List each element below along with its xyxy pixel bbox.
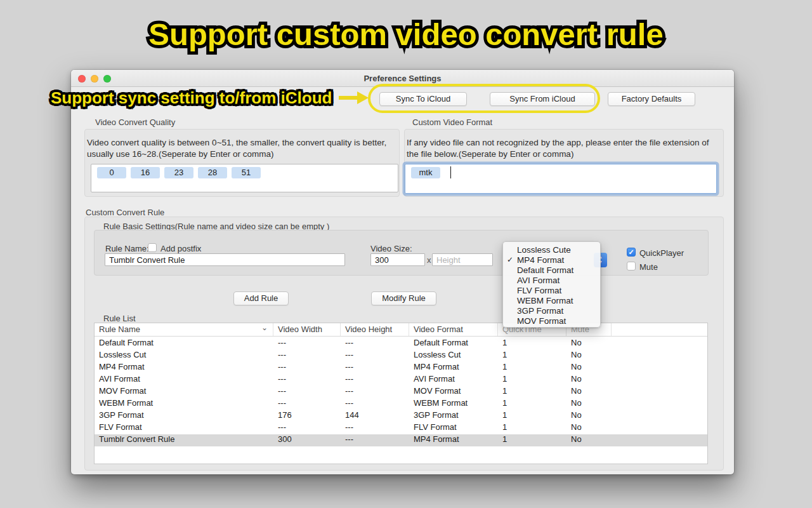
table-cell: Default Format xyxy=(409,338,498,350)
sync-from-icloud-button[interactable]: Sync From iCloud xyxy=(490,92,595,106)
menu-item[interactable]: Lossless Cute xyxy=(503,244,600,255)
token-chip[interactable]: 28 xyxy=(198,167,227,178)
table-cell: --- xyxy=(341,398,409,410)
format-description: If any video file can not recognized by … xyxy=(407,137,719,159)
rule-group-title: Custom Convert Rule xyxy=(86,208,164,217)
table-cell: --- xyxy=(341,422,409,434)
table-cell: 1 xyxy=(498,338,566,350)
table-cell: --- xyxy=(341,386,409,398)
column-header[interactable]: Video Height xyxy=(341,323,409,336)
token-chip[interactable]: mtk xyxy=(411,167,440,178)
table-row[interactable]: AVI Format------AVI Format1No xyxy=(95,374,707,386)
table-row[interactable]: 3GP Format1761443GP Format1No xyxy=(95,410,707,422)
table-row[interactable]: Tumblr Convert Rule300---MP4 Format1No xyxy=(95,434,707,446)
table-cell: 1 xyxy=(498,434,566,446)
quality-token-field[interactable]: 016232851 xyxy=(91,164,398,192)
menu-item[interactable]: Default Format xyxy=(503,265,600,275)
quality-group-title: Video Convert Quality xyxy=(95,117,175,127)
table-cell: --- xyxy=(273,422,341,434)
table-cell: MOV Format xyxy=(95,386,273,398)
table-row[interactable]: MOV Format------MOV Format1No xyxy=(95,386,707,398)
menu-item-label: Lossless Cute xyxy=(517,245,571,255)
table-cell: 1 xyxy=(498,350,566,362)
table-cell: 1 xyxy=(498,374,566,386)
format-token-row: mtk xyxy=(411,167,440,178)
sort-chevron-icon[interactable]: ⌄ xyxy=(261,323,268,332)
token-chip[interactable]: 16 xyxy=(131,167,160,178)
add-postfix-checkbox[interactable] xyxy=(148,243,157,252)
rule-name-input[interactable] xyxy=(105,253,345,266)
format-token-field[interactable]: mtk xyxy=(405,164,717,194)
add-postfix-label: Add postfix xyxy=(160,244,201,253)
annotation-sync-note: Support sync setting to/from iCloud Supp… xyxy=(51,88,332,108)
table-cell: 1 xyxy=(498,362,566,374)
table-row[interactable]: Lossless Cut------Lossless Cut1No xyxy=(95,350,707,362)
table-cell: 3GP Format xyxy=(409,410,498,422)
token-chip[interactable]: 0 xyxy=(97,167,126,178)
table-cell: --- xyxy=(273,374,341,386)
table-cell: MP4 Format xyxy=(409,434,498,446)
column-header[interactable]: Video Format xyxy=(409,323,498,336)
quality-description: Video convert quality is between 0~51, t… xyxy=(87,137,397,159)
menu-item-label: FLV Format xyxy=(517,286,561,295)
table-cell: --- xyxy=(273,338,341,350)
table-cell: --- xyxy=(341,350,409,362)
table-cell: --- xyxy=(273,398,341,410)
menu-item-label: MP4 Format xyxy=(517,255,564,265)
table-row[interactable]: MP4 Format------MP4 Format1No xyxy=(95,362,707,374)
table-cell: 300 xyxy=(273,434,341,446)
menu-item[interactable]: ✓MP4 Format xyxy=(503,255,600,265)
table-cell: --- xyxy=(273,362,341,374)
factory-defaults-button[interactable]: Factory Defaults xyxy=(608,92,695,106)
sync-to-icloud-button[interactable]: Sync To iCloud xyxy=(379,92,467,106)
menu-item[interactable]: WEBM Format xyxy=(503,295,600,305)
mute-checkbox[interactable] xyxy=(627,262,636,271)
table-cell: --- xyxy=(273,386,341,398)
rule-name-label: Rule Name: xyxy=(105,244,149,253)
table-row[interactable]: Default Format------Default Format1No xyxy=(95,338,707,350)
table-cell: No xyxy=(566,362,612,374)
format-group-title: Custom Video Format xyxy=(412,117,492,127)
add-rule-button[interactable]: Add Rule xyxy=(233,291,289,305)
quickplayer-checkbox[interactable]: ✓ xyxy=(627,248,636,257)
table-cell: No xyxy=(566,410,612,422)
table-cell: No xyxy=(566,350,612,362)
table-cell: 1 xyxy=(498,422,566,434)
text-cursor xyxy=(450,166,451,178)
table-cell: AVI Format xyxy=(95,374,273,386)
table-row[interactable]: WEBM Format------WEBM Format1No xyxy=(95,398,707,410)
mute-label: Mute xyxy=(639,262,658,272)
table-cell: --- xyxy=(341,338,409,350)
table-cell: Tumblr Convert Rule xyxy=(95,434,273,446)
video-size-label: Video Size: xyxy=(370,244,412,253)
table-cell: 1 xyxy=(498,386,566,398)
window-title: Preference Settings xyxy=(71,74,734,83)
table-cell: No xyxy=(566,374,612,386)
titlebar[interactable]: Preference Settings xyxy=(71,70,734,87)
menu-item[interactable]: FLV Format xyxy=(503,285,600,295)
table-cell: --- xyxy=(273,350,341,362)
video-width-input[interactable] xyxy=(370,253,425,266)
column-header[interactable]: Rule Name⌄ xyxy=(95,323,273,336)
menu-item[interactable]: MOV Format xyxy=(503,316,600,326)
table-cell: 1 xyxy=(498,410,566,422)
menu-item-label: WEBM Format xyxy=(517,296,573,305)
arrow-icon xyxy=(339,91,369,105)
column-header-filler xyxy=(612,323,707,336)
table-cell: FLV Format xyxy=(409,422,498,434)
column-header[interactable]: Video Width xyxy=(273,323,341,336)
menu-item[interactable]: AVI Format xyxy=(503,275,600,285)
table-cell: FLV Format xyxy=(95,422,273,434)
menu-item-label: AVI Format xyxy=(517,276,560,285)
menu-item-label: MOV Format xyxy=(517,316,566,326)
size-separator: x xyxy=(427,255,431,265)
token-chip[interactable]: 23 xyxy=(164,167,193,178)
token-chip[interactable]: 51 xyxy=(232,167,261,178)
preference-settings-window: Preference Settings Sync To iCloud Sync … xyxy=(71,70,734,474)
table-row[interactable]: FLV Format------FLV Format1No xyxy=(95,422,707,434)
video-height-input[interactable] xyxy=(432,253,493,266)
table-cell: WEBM Format xyxy=(409,398,498,410)
rule-list-body: Default Format------Default Format1NoLos… xyxy=(95,338,707,446)
menu-item[interactable]: 3GP Format xyxy=(503,305,600,316)
modify-rule-button[interactable]: Modify Rule xyxy=(371,291,436,305)
